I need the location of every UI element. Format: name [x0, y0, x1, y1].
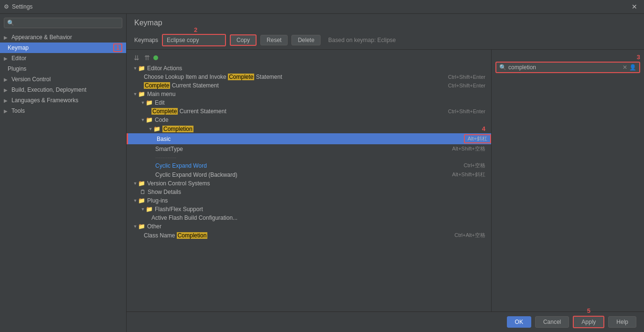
annotation-3: 3 — [495, 54, 640, 61]
content-header: Keymap — [127, 14, 644, 31]
green-dot — [153, 55, 158, 60]
sidebar-item-languages[interactable]: ▶ Languages & Frameworks — [0, 95, 126, 106]
folder-icon: 📁 — [138, 223, 145, 230]
list-item[interactable]: ▼ 📁 Other — [127, 222, 491, 231]
expand-all-button[interactable]: ⇊ — [132, 54, 141, 62]
settings-icon: ⚙ — [4, 3, 9, 10]
item-label: Active Flash Build Configuration... — [151, 214, 237, 221]
item-label: Show Details — [148, 189, 181, 195]
list-item[interactable]: SmartType Alt+Shift+空格 — [127, 144, 491, 153]
expand-arrow-icon: ▼ — [140, 207, 146, 212]
list-item[interactable]: ▼ 📁 Plug-ins — [127, 196, 491, 205]
list-item[interactable]: 🗒 Show Details — [127, 188, 491, 196]
list-item[interactable]: Cyclic Expand Word (Backward) Alt+Shift+… — [127, 170, 491, 179]
based-on-text: Based on keymap: Eclipse — [328, 37, 396, 43]
annotation-4: 4 — [482, 125, 491, 132]
expand-arrow-icon: ▼ — [132, 181, 138, 186]
sidebar-item-version-control[interactable]: ▶ Version Control — [0, 74, 126, 85]
expand-arrow-icon: ▼ — [140, 100, 146, 105]
folder-icon: 📁 — [153, 126, 161, 132]
expand-arrow-icon: ▼ — [132, 224, 138, 229]
shortcut-label: Ctrl+Alt+空格 — [454, 232, 491, 239]
folder-icon: 📁 — [138, 180, 145, 187]
list-item[interactable]: ▼ 📁 Version Control Systems — [127, 179, 491, 188]
list-item[interactable]: ▼ 📁 Main menu — [127, 90, 491, 98]
list-item[interactable]: ▼ 📁 Flash/Flex Support — [127, 205, 491, 214]
sidebar-item-plugins[interactable]: Plugins — [0, 64, 126, 74]
expand-arrow-icon: ▶ — [4, 87, 8, 93]
cancel-button[interactable]: Cancel — [535, 316, 569, 328]
list-item[interactable]: Cyclic Expand Word Ctrl+空格 — [127, 161, 491, 170]
keymap-search-input[interactable] — [508, 64, 621, 71]
copy-button[interactable]: Copy — [230, 34, 257, 46]
list-item[interactable]: Active Flash Build Configuration... — [127, 214, 491, 222]
clear-icon[interactable]: ✕ — [623, 64, 627, 71]
list-item[interactable]: ▼ 📁 Edit — [127, 98, 491, 107]
bottom-bar: OK Cancel 5 Apply Help — [127, 311, 644, 332]
item-label: SmartType — [155, 146, 183, 152]
reset-button[interactable]: Reset — [260, 35, 288, 45]
list-item[interactable]: ▼ 📁 Code — [127, 116, 491, 124]
window-title: Settings — [12, 3, 32, 10]
tree-section-toolbar: ⇊ ⇈ — [127, 52, 491, 64]
delete-button[interactable]: Delete — [291, 35, 321, 45]
sidebar-search-input[interactable] — [16, 20, 119, 26]
folder-icon: 📁 — [138, 65, 145, 72]
list-item[interactable]: ▼ 📁 Editor Actions — [127, 64, 491, 73]
content-area: Keymap Keymaps 2 Eclipse copy Copy Reset… — [127, 14, 644, 332]
item-label: Cyclic Expand Word — [155, 162, 207, 169]
search-icon: 🔍 — [499, 64, 506, 71]
sidebar-search[interactable]: 🔍 — [4, 18, 122, 28]
right-panel: 3 🔍 ✕ 👤 — [491, 50, 644, 311]
shortcut-label: Ctrl+Shift+Enter — [448, 83, 491, 88]
list-item[interactable]: ▼ 📁 Completion 4 — [127, 124, 491, 133]
item-label: Edit — [155, 99, 165, 106]
sidebar-item-label: Plugins — [8, 65, 26, 72]
separator-line: ------------ — [155, 154, 176, 160]
keymaps-label: Keymaps — [134, 37, 158, 43]
sidebar-item-build[interactable]: ▶ Build, Execution, Deployment — [0, 85, 126, 95]
tree-panel: ⇊ ⇈ ▼ 📁 Editor Actions Choose Lookup Ite… — [127, 50, 491, 311]
item-label: Plug-ins — [147, 197, 168, 204]
sidebar-item-label: Keymap — [8, 44, 29, 51]
list-item: ------------ — [127, 153, 491, 161]
keymap-select[interactable]: Eclipse copy — [163, 35, 225, 45]
list-item[interactable]: Choose Lookup Item and Invoke Complete S… — [127, 73, 491, 81]
shortcut-label: Ctrl+Shift+Enter — [448, 74, 491, 80]
item-label: Completion — [162, 126, 193, 132]
help-button[interactable]: Help — [608, 316, 636, 328]
close-button[interactable]: ✕ — [629, 2, 640, 11]
title-bar: ⚙ Settings ✕ — [0, 0, 644, 14]
list-item[interactable]: Complete Current Statement Ctrl+Shift+En… — [127, 81, 491, 90]
expand-arrow-icon: ▶ — [4, 108, 8, 114]
sidebar-item-appearance[interactable]: ▶ Appearance & Behavior — [0, 32, 126, 43]
list-item[interactable]: Class Name Completion Ctrl+Alt+空格 — [127, 231, 491, 240]
sidebar-item-tools[interactable]: ▶ Tools — [0, 106, 126, 116]
item-label: Choose Lookup Item and Invoke Complete S… — [144, 74, 282, 80]
item-label: Flash/Flex Support — [155, 206, 203, 213]
sidebar-item-label: Tools — [11, 107, 25, 114]
search-icon: 🔍 — [7, 20, 14, 26]
sidebar-item-label: Appearance & Behavior — [11, 34, 72, 41]
folder-icon: 📁 — [146, 206, 153, 213]
list-item[interactable]: Basic Alt+斜杠 — [127, 133, 491, 144]
person-icon: 👤 — [629, 64, 636, 71]
collapse-all-button[interactable]: ⇈ — [143, 54, 151, 62]
apply-button[interactable]: Apply — [573, 316, 604, 328]
toolbar: Keymaps 2 Eclipse copy Copy Reset Delete… — [127, 31, 644, 50]
sidebar-item-keymap[interactable]: Keymap 1 — [0, 43, 126, 53]
sidebar-item-editor[interactable]: ▶ Editor — [0, 53, 126, 64]
list-item[interactable]: Complete Current Statement Ctrl+Shift+En… — [127, 107, 491, 116]
folder-icon: 📁 — [146, 99, 153, 106]
item-label: Other — [147, 223, 161, 230]
shortcut-label: Alt+斜杠 — [464, 134, 491, 143]
sidebar-item-label: Editor — [11, 55, 26, 62]
ok-button[interactable]: OK — [507, 316, 531, 328]
folder-icon: 📁 — [138, 91, 145, 97]
annotation-1: 1 — [113, 43, 122, 52]
item-label: Version Control Systems — [147, 180, 210, 187]
expand-arrow-icon: ▶ — [4, 56, 8, 61]
item-label: Code — [155, 117, 169, 123]
expand-arrow-icon: ▶ — [4, 35, 8, 40]
item-label: Basic — [157, 136, 171, 142]
